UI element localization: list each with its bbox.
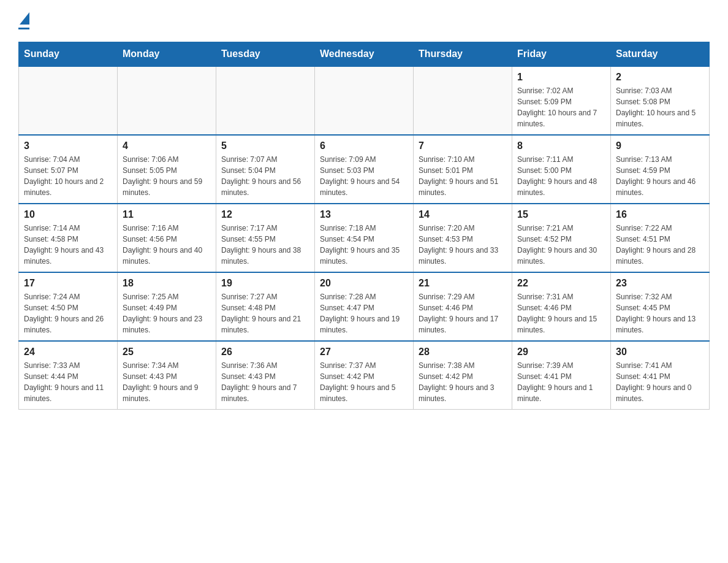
day-info: Sunrise: 7:21 AMSunset: 4:52 PMDaylight:…: [517, 223, 605, 267]
day-number: 14: [419, 209, 507, 220]
day-number: 24: [24, 347, 112, 358]
day-header-saturday: Saturday: [611, 42, 710, 67]
day-info: Sunrise: 7:18 AMSunset: 4:54 PMDaylight:…: [320, 223, 408, 267]
day-info: Sunrise: 7:37 AMSunset: 4:42 PMDaylight:…: [320, 360, 408, 404]
day-cell: 3Sunrise: 7:04 AMSunset: 5:07 PMDaylight…: [19, 135, 118, 204]
day-cell: 23Sunrise: 7:32 AMSunset: 4:45 PMDayligh…: [611, 272, 710, 341]
day-number: 25: [123, 347, 211, 358]
day-info: Sunrise: 7:31 AMSunset: 4:46 PMDaylight:…: [517, 291, 605, 335]
day-cell: 25Sunrise: 7:34 AMSunset: 4:43 PMDayligh…: [118, 341, 216, 410]
day-info: Sunrise: 7:06 AMSunset: 5:05 PMDaylight:…: [123, 154, 211, 198]
day-number: 6: [320, 140, 408, 151]
day-cell: 30Sunrise: 7:41 AMSunset: 4:41 PMDayligh…: [611, 341, 710, 410]
day-cell: [216, 66, 315, 135]
day-number: 20: [320, 278, 408, 289]
days-of-week-row: SundayMondayTuesdayWednesdayThursdayFrid…: [19, 42, 710, 67]
day-info: Sunrise: 7:04 AMSunset: 5:07 PMDaylight:…: [24, 154, 112, 198]
day-cell: 10Sunrise: 7:14 AMSunset: 4:58 PMDayligh…: [19, 204, 118, 272]
day-info: Sunrise: 7:20 AMSunset: 4:53 PMDaylight:…: [419, 223, 507, 267]
day-header-friday: Friday: [512, 42, 611, 67]
day-info: Sunrise: 7:07 AMSunset: 5:04 PMDaylight:…: [221, 154, 309, 198]
day-cell: [118, 66, 216, 135]
day-header-sunday: Sunday: [19, 42, 118, 67]
day-info: Sunrise: 7:13 AMSunset: 4:59 PMDaylight:…: [616, 154, 704, 198]
day-info: Sunrise: 7:36 AMSunset: 4:43 PMDaylight:…: [221, 360, 309, 404]
day-number: 21: [419, 278, 507, 289]
day-info: Sunrise: 7:24 AMSunset: 4:50 PMDaylight:…: [24, 291, 112, 335]
day-cell: 6Sunrise: 7:09 AMSunset: 5:03 PMDaylight…: [315, 135, 414, 204]
day-number: 19: [221, 278, 309, 289]
day-number: 18: [123, 278, 211, 289]
day-number: 15: [517, 209, 605, 220]
day-info: Sunrise: 7:10 AMSunset: 5:01 PMDaylight:…: [419, 154, 507, 198]
day-header-wednesday: Wednesday: [315, 42, 414, 67]
day-number: 30: [616, 347, 704, 358]
day-number: 7: [419, 140, 507, 151]
day-cell: 8Sunrise: 7:11 AMSunset: 5:00 PMDaylight…: [512, 135, 611, 204]
day-header-tuesday: Tuesday: [216, 42, 315, 67]
day-cell: 24Sunrise: 7:33 AMSunset: 4:44 PMDayligh…: [19, 341, 118, 410]
day-number: 13: [320, 209, 408, 220]
day-number: 1: [517, 72, 605, 83]
day-number: 29: [517, 347, 605, 358]
day-number: 5: [221, 140, 309, 151]
day-cell: 22Sunrise: 7:31 AMSunset: 4:46 PMDayligh…: [512, 272, 611, 341]
day-number: 22: [517, 278, 605, 289]
day-cell: 5Sunrise: 7:07 AMSunset: 5:04 PMDaylight…: [216, 135, 315, 204]
day-info: Sunrise: 7:38 AMSunset: 4:42 PMDaylight:…: [419, 360, 507, 404]
week-row-3: 10Sunrise: 7:14 AMSunset: 4:58 PMDayligh…: [19, 204, 710, 272]
day-info: Sunrise: 7:22 AMSunset: 4:51 PMDaylight:…: [616, 223, 704, 267]
day-info: Sunrise: 7:28 AMSunset: 4:47 PMDaylight:…: [320, 291, 408, 335]
day-info: Sunrise: 7:17 AMSunset: 4:55 PMDaylight:…: [221, 223, 309, 267]
day-cell: 20Sunrise: 7:28 AMSunset: 4:47 PMDayligh…: [315, 272, 414, 341]
logo-underline: [18, 28, 29, 29]
day-cell: 11Sunrise: 7:16 AMSunset: 4:56 PMDayligh…: [118, 204, 216, 272]
week-row-2: 3Sunrise: 7:04 AMSunset: 5:07 PMDaylight…: [19, 135, 710, 204]
day-info: Sunrise: 7:11 AMSunset: 5:00 PMDaylight:…: [517, 154, 605, 198]
day-header-monday: Monday: [118, 42, 216, 67]
day-info: Sunrise: 7:16 AMSunset: 4:56 PMDaylight:…: [123, 223, 211, 267]
day-cell: 17Sunrise: 7:24 AMSunset: 4:50 PMDayligh…: [19, 272, 118, 341]
day-cell: 13Sunrise: 7:18 AMSunset: 4:54 PMDayligh…: [315, 204, 414, 272]
day-cell: [414, 66, 512, 135]
day-cell: 12Sunrise: 7:17 AMSunset: 4:55 PMDayligh…: [216, 204, 315, 272]
day-number: 8: [517, 140, 605, 151]
day-cell: 15Sunrise: 7:21 AMSunset: 4:52 PMDayligh…: [512, 204, 611, 272]
day-info: Sunrise: 7:29 AMSunset: 4:46 PMDaylight:…: [419, 291, 507, 335]
day-number: 26: [221, 347, 309, 358]
calendar-header: SundayMondayTuesdayWednesdayThursdayFrid…: [19, 42, 710, 67]
day-number: 11: [123, 209, 211, 220]
day-info: Sunrise: 7:41 AMSunset: 4:41 PMDaylight:…: [616, 360, 704, 404]
day-cell: 21Sunrise: 7:29 AMSunset: 4:46 PMDayligh…: [414, 272, 512, 341]
day-info: Sunrise: 7:03 AMSunset: 5:08 PMDaylight:…: [616, 85, 704, 129]
calendar-body: 1Sunrise: 7:02 AMSunset: 5:09 PMDaylight…: [19, 66, 710, 410]
day-cell: 19Sunrise: 7:27 AMSunset: 4:48 PMDayligh…: [216, 272, 315, 341]
day-header-thursday: Thursday: [414, 42, 512, 67]
day-cell: 18Sunrise: 7:25 AMSunset: 4:49 PMDayligh…: [118, 272, 216, 341]
day-info: Sunrise: 7:02 AMSunset: 5:09 PMDaylight:…: [517, 85, 605, 129]
day-number: 4: [123, 140, 211, 151]
day-cell: 29Sunrise: 7:39 AMSunset: 4:41 PMDayligh…: [512, 341, 611, 410]
day-number: 12: [221, 209, 309, 220]
day-info: Sunrise: 7:33 AMSunset: 4:44 PMDaylight:…: [24, 360, 112, 404]
day-info: Sunrise: 7:39 AMSunset: 4:41 PMDaylight:…: [517, 360, 605, 404]
day-info: Sunrise: 7:25 AMSunset: 4:49 PMDaylight:…: [123, 291, 211, 335]
day-number: 23: [616, 278, 704, 289]
day-cell: [19, 66, 118, 135]
day-info: Sunrise: 7:27 AMSunset: 4:48 PMDaylight:…: [221, 291, 309, 335]
day-cell: 27Sunrise: 7:37 AMSunset: 4:42 PMDayligh…: [315, 341, 414, 410]
day-number: 17: [24, 278, 112, 289]
day-number: 27: [320, 347, 408, 358]
logo-arrow-icon: [20, 12, 29, 25]
day-number: 9: [616, 140, 704, 151]
day-cell: 28Sunrise: 7:38 AMSunset: 4:42 PMDayligh…: [414, 341, 512, 410]
day-number: 28: [419, 347, 507, 358]
day-cell: 26Sunrise: 7:36 AMSunset: 4:43 PMDayligh…: [216, 341, 315, 410]
day-number: 3: [24, 140, 112, 151]
day-cell: [315, 66, 414, 135]
day-number: 2: [616, 72, 704, 83]
day-cell: 1Sunrise: 7:02 AMSunset: 5:09 PMDaylight…: [512, 66, 611, 135]
calendar-table: SundayMondayTuesdayWednesdayThursdayFrid…: [18, 42, 710, 410]
day-cell: 4Sunrise: 7:06 AMSunset: 5:05 PMDaylight…: [118, 135, 216, 204]
day-cell: 14Sunrise: 7:20 AMSunset: 4:53 PMDayligh…: [414, 204, 512, 272]
